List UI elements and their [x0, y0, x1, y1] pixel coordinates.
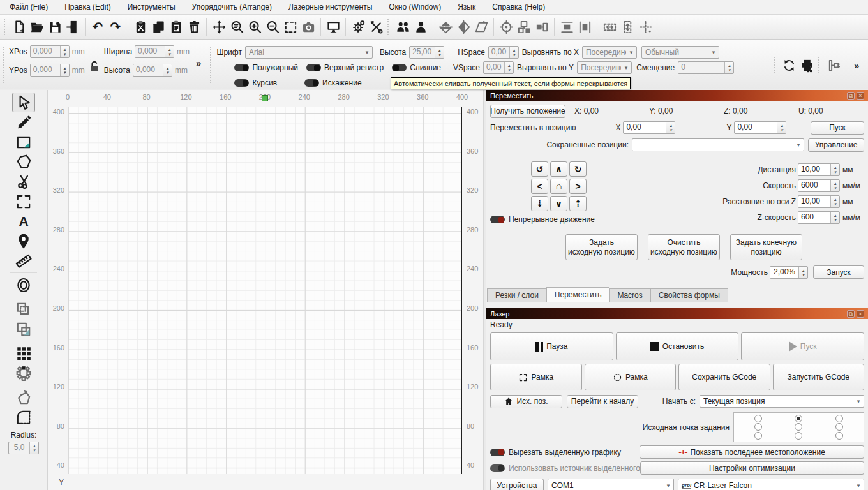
position-marker-tool[interactable]: [12, 231, 35, 251]
set-finish-position-button[interactable]: Задать конечнуюпозицию: [730, 234, 802, 260]
camera-icon[interactable]: [299, 18, 317, 36]
continuous-jog-toggle[interactable]: [490, 216, 505, 223]
close-panel-icon[interactable]: ×: [857, 310, 864, 318]
jog-left-button[interactable]: <: [531, 179, 548, 194]
jog-home-button[interactable]: ⌂: [550, 179, 567, 194]
offset-input[interactable]: 0▴▾: [678, 61, 734, 74]
menu-file[interactable]: Файл (File): [1, 0, 56, 15]
jog-rotate-cw-button[interactable]: ↻: [569, 161, 587, 177]
home-button[interactable]: Исх. поз.: [490, 395, 562, 408]
get-position-button[interactable]: Получить положение: [490, 105, 565, 118]
job-origin-radio[interactable]: [835, 415, 843, 422]
go-to-origin-button[interactable]: Перейти к началу: [567, 395, 638, 408]
work-area-grid[interactable]: [68, 107, 462, 474]
pan-icon[interactable]: [210, 18, 228, 36]
toolbar-grip[interactable]: [818, 57, 822, 73]
delete-icon[interactable]: [185, 18, 203, 36]
menu-window[interactable]: Окно (Window): [380, 0, 449, 15]
print-cut-icon[interactable]: [798, 56, 816, 74]
run-gcode-button[interactable]: Запустить GCode: [773, 364, 865, 390]
machine-tools-icon[interactable]: [367, 18, 385, 36]
align-y-select[interactable]: Посередине▾: [577, 61, 632, 74]
settings-gear-icon[interactable]: [349, 18, 367, 36]
devices-button[interactable]: Устройства: [490, 479, 544, 490]
offset-shapes-tool[interactable]: [12, 275, 35, 295]
rotate-shapes-tool[interactable]: [12, 387, 35, 407]
dock-panel-icon[interactable]: [825, 56, 842, 74]
flip-vertical-icon[interactable]: [437, 18, 454, 36]
draw-lines-tool[interactable]: [12, 112, 35, 132]
menu-tools[interactable]: Инструменты: [119, 0, 184, 15]
weld-toggle[interactable]: [392, 64, 407, 71]
clear-origin-button[interactable]: Очиститьисходную позицию: [648, 234, 720, 260]
vspace-input[interactable]: 0,00▴▾: [483, 61, 514, 74]
shear-icon[interactable]: [472, 18, 490, 36]
menu-help[interactable]: Справка (Help): [484, 0, 553, 15]
cut-selected-toggle[interactable]: [490, 449, 505, 456]
width-input[interactable]: 0,000▴▾: [135, 45, 174, 58]
power-input[interactable]: 2,00%▴▾: [770, 266, 808, 279]
zoom-out-icon[interactable]: [264, 18, 281, 36]
hspace-input[interactable]: 0,00▴▾: [488, 46, 519, 59]
create-text-tool[interactable]: A: [12, 211, 35, 231]
move-go-button[interactable]: Пуск: [811, 121, 864, 135]
jog-down-button[interactable]: ∨: [550, 196, 567, 211]
jog-up-button[interactable]: ∧: [550, 161, 567, 177]
show-last-position-button[interactable]: -+-Показать последнее местоположение: [640, 445, 864, 459]
start-from-select[interactable]: Текущая позиция▾: [700, 395, 864, 408]
z-distance-input[interactable]: 10,00▴▾: [798, 195, 840, 208]
bold-toggle[interactable]: [234, 64, 249, 71]
undo-icon[interactable]: ↶: [89, 18, 107, 36]
zoom-in-icon[interactable]: [246, 18, 264, 36]
distribute-horizontal-icon[interactable]: [558, 18, 576, 36]
job-origin-radio-selected[interactable]: [795, 415, 802, 422]
pause-button[interactable]: Пауза: [490, 332, 613, 360]
boolean-ops-tool[interactable]: [12, 319, 35, 339]
fire-button[interactable]: Запуск: [813, 265, 864, 279]
rectangle-tool[interactable]: [12, 132, 35, 152]
weld-shapes-tool[interactable]: [12, 299, 35, 319]
toolbar-overflow-chevron[interactable]: »: [851, 60, 862, 71]
manage-positions-button[interactable]: Управление: [808, 138, 864, 152]
menu-arrange[interactable]: Упорядочить (Arrange): [184, 0, 280, 15]
fillet-tool[interactable]: [12, 407, 35, 427]
align-shapes-icon[interactable]: [515, 18, 533, 36]
toolbar-grip[interactable]: [210, 47, 214, 83]
tab-shape-properties[interactable]: Свойства формы: [650, 288, 728, 302]
flip-horizontal-icon[interactable]: [454, 18, 472, 36]
menu-laser-tools[interactable]: Лазерные инструменты: [280, 0, 380, 15]
save-gcode-button[interactable]: Сохранить GCode: [678, 364, 770, 390]
cut-icon[interactable]: [131, 18, 149, 36]
device-select[interactable]: grblCR-Laser Falcon▾: [678, 479, 864, 490]
cut-shapes-tool[interactable]: [12, 172, 35, 191]
speed-input[interactable]: 6000▴▾: [798, 179, 840, 192]
float-panel-icon[interactable]: ⧉: [847, 310, 855, 318]
close-panel-icon[interactable]: ×: [857, 92, 864, 100]
toolbar-overflow-chevron[interactable]: »: [193, 57, 204, 89]
align-x-select[interactable]: Посередине▾: [582, 46, 637, 59]
port-select[interactable]: COM1▾: [548, 479, 674, 490]
optimization-settings-button[interactable]: Настройки оптимизации: [640, 461, 864, 475]
toolbar-grip[interactable]: [3, 47, 6, 83]
grid-array-tool[interactable]: [12, 343, 35, 363]
import-icon[interactable]: [64, 18, 82, 36]
saved-positions-select[interactable]: ▾: [632, 138, 804, 151]
ungroup-icon[interactable]: [412, 18, 430, 36]
frame-rect-button[interactable]: Рамка: [490, 364, 582, 390]
tab-macros[interactable]: Macros: [609, 288, 650, 302]
tab-move[interactable]: Переместить: [546, 287, 610, 302]
menu-language[interactable]: Язык: [449, 0, 484, 15]
toolbar-grip[interactable]: [387, 19, 391, 35]
job-origin-radio[interactable]: [835, 432, 843, 440]
distance-input[interactable]: 10,00▴▾: [798, 163, 840, 176]
frame-selection-icon[interactable]: [281, 18, 299, 36]
move-laser-to-position-icon[interactable]: [497, 18, 515, 36]
select-tool[interactable]: [12, 93, 35, 112]
circular-array-tool[interactable]: [12, 363, 35, 383]
open-file-icon[interactable]: [28, 18, 46, 36]
measure-tool[interactable]: [12, 251, 35, 271]
stop-button[interactable]: Остановить: [616, 332, 739, 360]
save-icon[interactable]: [46, 18, 64, 36]
refresh-text-icon[interactable]: [780, 56, 798, 74]
match-height-icon[interactable]: [618, 18, 636, 36]
